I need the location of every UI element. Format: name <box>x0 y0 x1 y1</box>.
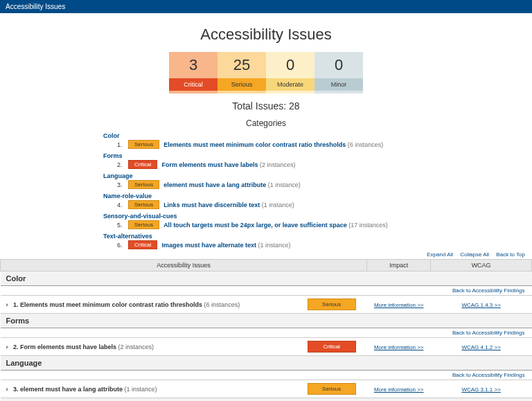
more-info-link[interactable]: More information >> <box>374 344 424 350</box>
col-issues: Accessibility Issues <box>1 260 367 271</box>
top-bar-title: Accessibility Issues <box>6 3 65 10</box>
page-title: Accessibility Issues <box>0 26 532 44</box>
section-header: Name-role-value <box>1 398 532 402</box>
back-link-row: Back to Accessibility Findings <box>1 371 532 380</box>
severity-critical-label: Critical <box>169 78 218 91</box>
chevron-right-icon[interactable]: › <box>6 386 12 393</box>
back-to-findings-link[interactable]: Back to Accessibility Findings <box>452 330 525 336</box>
impact-badge: Serious <box>128 140 159 149</box>
total-issues: Total Issues: 28 <box>0 100 532 112</box>
issue-instances: (6 instances) <box>204 301 240 308</box>
back-link-row: Back to Accessibility Findings <box>1 286 532 296</box>
category-name[interactable]: Text-alternatives <box>103 233 429 240</box>
category-name[interactable]: Name-role-value <box>103 193 429 199</box>
category-desc[interactable]: All touch targets must be 24px large, or… <box>163 222 388 229</box>
section-title: Color <box>1 271 532 286</box>
collapse-all-link[interactable]: Collapse All <box>460 251 489 258</box>
severity-serious-count: 25 <box>218 56 266 74</box>
issues-table: Accessibility Issues Impact WCAG ColorBa… <box>0 259 532 401</box>
category-desc[interactable]: Images must have alternate text (1 insta… <box>161 242 290 249</box>
col-impact: Impact <box>367 260 431 271</box>
section-title: Forms <box>1 314 532 328</box>
category-name[interactable]: Language <box>103 172 429 179</box>
expand-all-link[interactable]: Expand All <box>427 251 453 258</box>
severity-moderate-label: Moderate <box>266 78 314 91</box>
severity-critical-count: 3 <box>169 56 218 74</box>
instance-count: (1 instance) <box>268 181 301 188</box>
section-header: Color <box>1 271 532 286</box>
instance-count: (1 instance) <box>258 242 291 249</box>
section-header: Forms <box>1 314 532 328</box>
category-item[interactable]: 2.CriticalForm elements must have labels… <box>103 159 429 170</box>
severity-serious-label: Serious <box>218 78 266 91</box>
instance-count: (6 instances) <box>348 141 384 148</box>
table-header-row: Accessibility Issues Impact WCAG <box>1 260 532 271</box>
main-content: Accessibility Issues 3 Critical 25 Serio… <box>0 13 532 401</box>
category-index: 4. <box>117 202 124 208</box>
top-bar: Accessibility Issues <box>0 0 532 13</box>
issue-title: 2. Form elements must have labels <box>13 344 116 350</box>
category-item[interactable]: 4.SeriousLinks must have discernible tex… <box>103 199 429 210</box>
impact-badge: Serious <box>128 220 159 229</box>
category-name[interactable]: Sensory-and-visual-cues <box>103 213 429 220</box>
category-item[interactable]: 6.CriticalImages must have alternate tex… <box>103 240 429 250</box>
back-link-row: Back to Accessibility Findings <box>1 328 532 338</box>
category-desc[interactable]: Form elements must have labels (2 instan… <box>161 161 295 168</box>
issue-row[interactable]: › 3. element must have a lang attribute … <box>1 380 532 398</box>
category-index: 2. <box>117 161 124 168</box>
category-desc[interactable]: element must have a lang attribute (1 in… <box>163 181 301 188</box>
category-desc[interactable]: Elements must meet minimum color contras… <box>163 141 383 148</box>
back-to-findings-link[interactable]: Back to Accessibility Findings <box>452 287 525 294</box>
issue-title: 1. Elements must meet minimum color cont… <box>13 301 202 308</box>
category-item[interactable]: 3.Serious element must have a lang attri… <box>103 179 429 190</box>
impact-badge: Critical <box>308 341 356 353</box>
impact-badge: Serious <box>128 180 159 189</box>
section-title: Name-role-value <box>1 398 532 402</box>
impact-badge: Serious <box>308 383 356 395</box>
issue-instances: (1 instance) <box>125 386 157 393</box>
wcag-link[interactable]: WCAG 1.4.3 >> <box>461 302 500 308</box>
back-to-findings-link[interactable]: Back to Accessibility Findings <box>452 372 525 378</box>
category-item[interactable]: 1.SeriousElements must meet minimum colo… <box>103 139 429 150</box>
issue-instances: (2 instances) <box>118 344 154 350</box>
issue-title: 3. element must have a lang attribute <box>13 386 123 393</box>
category-index: 5. <box>117 222 124 229</box>
severity-summary: 3 Critical 25 Serious 0 Moderate 0 Minor <box>169 52 363 93</box>
issue-row[interactable]: › 2. Form elements must have labels (2 i… <box>1 338 532 356</box>
more-info-link[interactable]: More information >> <box>374 302 424 308</box>
severity-serious[interactable]: 25 Serious <box>218 52 266 93</box>
col-wcag: WCAG <box>431 260 532 271</box>
categories-list: Color1.SeriousElements must meet minimum… <box>103 132 429 250</box>
severity-critical[interactable]: 3 Critical <box>169 52 218 93</box>
instance-count: (1 instance) <box>262 202 294 208</box>
section-header: Language <box>1 356 532 371</box>
category-index: 3. <box>117 181 124 188</box>
category-name[interactable]: Forms <box>103 152 429 159</box>
severity-minor-count: 0 <box>314 56 363 74</box>
wcag-link[interactable]: WCAG 4.1.2 >> <box>461 344 500 350</box>
chevron-right-icon[interactable]: › <box>6 301 12 308</box>
category-index: 6. <box>117 242 124 249</box>
impact-badge: Critical <box>128 240 157 249</box>
impact-badge: Serious <box>128 200 159 209</box>
category-name[interactable]: Color <box>103 132 429 139</box>
table-toolbar: Expand All Collapse All Back to Top <box>0 250 532 259</box>
categories-heading: Categories <box>0 118 532 128</box>
category-index: 1. <box>117 141 124 148</box>
instance-count: (2 instances) <box>260 161 296 168</box>
severity-moderate-count: 0 <box>266 56 314 74</box>
back-to-top-link[interactable]: Back to Top <box>496 251 525 258</box>
instance-count: (17 instances) <box>348 222 388 229</box>
issue-row[interactable]: › 1. Elements must meet minimum color co… <box>1 296 532 314</box>
impact-badge: Critical <box>128 160 157 169</box>
chevron-right-icon[interactable]: › <box>6 344 12 350</box>
more-info-link[interactable]: More information >> <box>374 386 424 393</box>
wcag-link[interactable]: WCAG 3.1.1 >> <box>461 386 500 393</box>
severity-minor[interactable]: 0 Minor <box>314 52 363 93</box>
section-title: Language <box>1 356 532 371</box>
category-desc[interactable]: Links must have discernible text (1 inst… <box>163 202 294 208</box>
impact-badge: Serious <box>308 298 356 310</box>
category-item[interactable]: 5.SeriousAll touch targets must be 24px … <box>103 220 429 230</box>
severity-minor-label: Minor <box>314 78 363 91</box>
severity-moderate[interactable]: 0 Moderate <box>266 52 314 93</box>
